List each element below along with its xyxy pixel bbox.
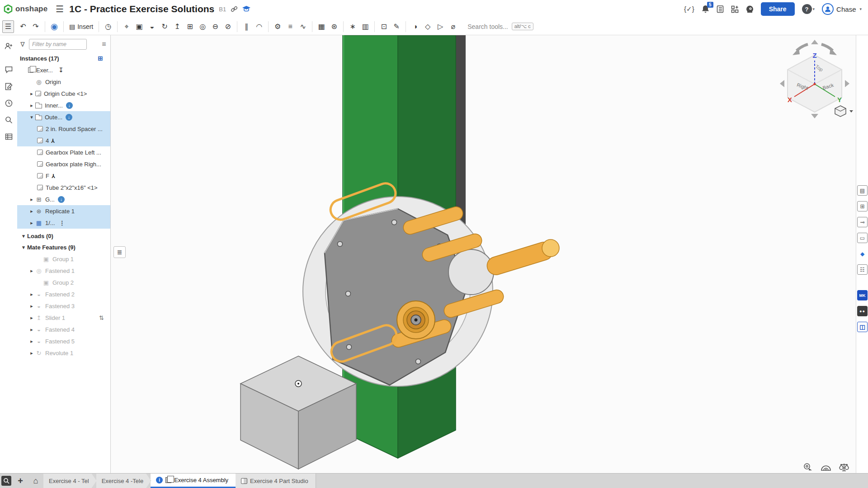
view-cube[interactable]: Z X Y Top Right Back [776, 37, 853, 121]
tree-item-gearbox-plate-left[interactable]: Gearbox Plate Left ... [17, 146, 110, 158]
mate-item-fastened-1[interactable]: ▸ ◎ Fastened 1 [17, 265, 110, 277]
measure-box-icon[interactable]: ▭ [857, 233, 868, 243]
mate-item-fastened-2[interactable]: ▸ ◒ Fastened 2 [17, 288, 110, 300]
hamburger-menu-icon[interactable]: ☰ [56, 4, 64, 14]
featurescript-notices-icon[interactable]: {✓} [684, 5, 694, 13]
section-view-icon[interactable]: ◑ [409, 20, 421, 33]
search-tools[interactable]: Search tools... alt/⌥ c [467, 23, 533, 30]
doc-list-icon[interactable]: ▤ [857, 185, 868, 196]
mate-item-revolute-1[interactable]: ▸ ↻ Revolute 1 [17, 347, 110, 359]
home-tab-button[interactable]: ⌂ [28, 474, 43, 488]
version-badge[interactable]: B1 [219, 6, 226, 13]
user-menu-caret-icon[interactable]: ▾ [859, 7, 862, 11]
expander-icon[interactable]: ▸ [28, 350, 35, 356]
tree-item-origin-cube[interactable]: ▸ Origin Cube <1> [17, 88, 110, 99]
group-mate-icon[interactable]: ▣ [133, 20, 145, 33]
notifications-bell-icon[interactable]: 5 [702, 5, 709, 13]
expander-icon[interactable]: ▸ [28, 315, 35, 321]
tree-item-outer-folder[interactable]: ▾ Oute... ↓ [17, 111, 110, 123]
ball-mate-icon[interactable]: ◎ [197, 20, 208, 33]
mate-item-fastened-5[interactable]: ▸ ◒ Fastened 5 [17, 335, 110, 347]
tab-exercise-4-tel[interactable]: Exercise 4 - Tel [43, 474, 97, 488]
undo-icon[interactable]: ↶ [17, 20, 29, 33]
help-button[interactable]: ? [802, 4, 812, 14]
expander-icon[interactable]: ▸ [28, 327, 35, 333]
dof-slider-icon[interactable]: ⋮ [59, 220, 65, 226]
mate-item-fastened-4[interactable]: ▸ ◒ Fastened 4 [17, 324, 110, 335]
tree-item-replicate-1[interactable]: ▸ ⊛ Replicate 1 [17, 205, 110, 217]
search-document-icon[interactable] [3, 114, 14, 125]
share-button[interactable]: Share [761, 2, 795, 16]
cylindrical-mate-icon[interactable]: ⊖ [209, 20, 221, 33]
graphics-area[interactable]: ≣ Z X Y Top Right Back [111, 35, 856, 473]
tab-manager[interactable] [0, 474, 13, 488]
expander-icon[interactable]: ▸ [28, 338, 35, 344]
tree-item-round-spacer[interactable]: 2 in. Round Spacer ... [17, 123, 110, 135]
mate-item-group-2[interactable]: ▣ Group 2 [17, 277, 110, 288]
app-store-grid-icon[interactable] [731, 5, 739, 13]
redo-icon[interactable]: ↷ [30, 20, 42, 33]
section-chevron-icon[interactable]: ▾ [20, 233, 27, 239]
assembly-3d-view[interactable] [111, 35, 856, 473]
gear-relation-icon[interactable]: ⚙ [272, 20, 283, 33]
revision-history-icon[interactable]: ◷ [102, 20, 114, 33]
tasks-clipboard-icon[interactable] [717, 5, 724, 13]
tree-item-tube[interactable]: Tube 2"x2"x16" <1> [17, 182, 110, 193]
measure-icon[interactable]: ⌀ [447, 20, 459, 33]
mate-icon[interactable]: ⌖ [121, 20, 132, 33]
part-link-icon[interactable]: ⊸ [857, 217, 868, 227]
section-chevron-icon[interactable]: ▾ [20, 244, 27, 250]
user-avatar[interactable] [822, 3, 834, 15]
planar-mate-icon[interactable]: ⊞ [184, 20, 196, 33]
tree-item-origin[interactable]: ◎ Origin [17, 76, 110, 88]
mate-item-slider-1[interactable]: ▸ ↥ Slider 1 ⇅ [17, 312, 110, 324]
loads-header[interactable]: ▾ Loads (0) [17, 230, 110, 242]
expander-icon[interactable]: ▸ [28, 220, 35, 226]
tab-exercise-4-part-studio[interactable]: Exercise 4 Part Studio [236, 474, 316, 488]
learning-center-icon[interactable] [746, 5, 754, 13]
replicate-icon[interactable]: ⊛ [328, 20, 340, 33]
tree-item-subassembly-g[interactable]: ▸ ⊞ G... ↓ [17, 193, 110, 205]
slider-mate-icon[interactable]: ↥ [171, 20, 183, 33]
history-icon[interactable] [3, 98, 14, 108]
list-view-icon[interactable]: ≡ [100, 40, 108, 48]
tree-item-assembly-root[interactable]: Exer... ↧ [17, 64, 110, 76]
shortcut-keys-icon[interactable]: ☷ [857, 264, 868, 275]
slider-limits-icon[interactable]: ⇅ [99, 314, 104, 321]
revolute-mate-icon[interactable]: ↻ [159, 20, 170, 33]
tab-exercise-4-tele[interactable]: Exercise 4 -Tele [96, 474, 151, 488]
learning-cap-icon[interactable] [242, 6, 250, 12]
tab-exercise-4-assembly[interactable]: i Exercise 4 Assembly [151, 474, 236, 488]
tree-item-gearbox-plate-right[interactable]: Gearbox plate Righ... [17, 158, 110, 170]
onshape-logo[interactable]: onshape [4, 5, 47, 14]
protractor-icon[interactable] [821, 462, 831, 472]
mk-app-icon[interactable]: MK [857, 290, 868, 300]
help-caret-icon[interactable]: ▾ [813, 7, 815, 11]
rack-pinion-icon[interactable]: ≡ [284, 20, 296, 33]
bom-table-icon[interactable] [3, 131, 14, 142]
out-of-date-icon[interactable]: ↓ [66, 102, 73, 109]
instances-list-toggle[interactable]: ☰ [2, 20, 14, 33]
exploded-view-icon[interactable]: ◇ [422, 20, 434, 33]
insert-button[interactable]: ▤ Insert [66, 23, 96, 30]
mate-item-fastened-3[interactable]: ▸ ◒ Fastened 3 [17, 300, 110, 312]
feature-list-flyout-button[interactable]: ≣ [113, 246, 126, 258]
tree-item-f[interactable]: F Y [17, 170, 110, 182]
edit-document-icon[interactable] [3, 81, 14, 92]
expander-icon[interactable]: ▸ [28, 303, 35, 309]
tangent-relation-icon[interactable]: ◠ [253, 20, 265, 33]
filter-input[interactable] [29, 39, 87, 50]
named-positions-icon[interactable]: ⊡ [378, 20, 390, 33]
out-of-date-icon[interactable]: ↓ [58, 196, 65, 203]
parallel-relation-icon[interactable]: ∥ [241, 20, 252, 33]
robot-app-icon[interactable]: ●● [857, 306, 868, 316]
bom-icon[interactable]: ▥ [359, 20, 371, 33]
mate-features-header[interactable]: ▾ Mate Features (9) [17, 242, 110, 253]
mate-item-group-1[interactable]: ▣ Group 1 [17, 253, 110, 265]
mass-properties-icon[interactable] [839, 462, 849, 472]
tape-measure-icon[interactable] [802, 462, 813, 472]
expander-icon[interactable]: ▸ [28, 208, 35, 214]
animate-icon[interactable]: ▷ [434, 20, 446, 33]
columns-app-icon[interactable]: ◫ [857, 322, 868, 332]
expander-icon[interactable]: ▸ [28, 268, 35, 274]
